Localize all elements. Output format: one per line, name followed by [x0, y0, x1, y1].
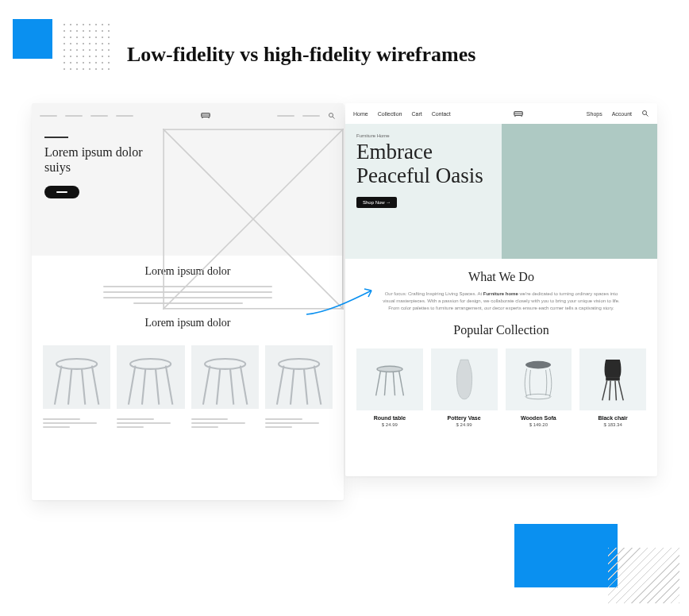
nav-placeholder: [116, 115, 133, 117]
svg-point-15: [205, 359, 245, 369]
product-grid: [345, 341, 657, 415]
lofi-product-grid: [32, 345, 344, 418]
nav-placeholder: [40, 115, 57, 117]
diagonal-hatch-icon: [608, 548, 679, 603]
svg-point-5: [56, 359, 97, 369]
hero-kicker: Furniture Home: [356, 133, 491, 138]
blue-square-icon: [13, 19, 52, 59]
svg-line-23: [304, 369, 307, 405]
hifi-wireframe-panel: Home Collection Cart Contact Shops Accou…: [345, 103, 657, 476]
section-heading: Popular Collection: [363, 323, 640, 337]
lofi-product-card: [191, 345, 259, 409]
svg-line-8: [82, 369, 85, 405]
lofi-product-card: [43, 345, 110, 409]
sofa-icon: [200, 109, 211, 123]
svg-line-30: [393, 372, 395, 396]
svg-line-37: [610, 380, 610, 400]
nav-link-account[interactable]: Account: [612, 111, 632, 117]
svg-point-10: [130, 359, 171, 369]
section-heading: What We Do: [363, 270, 640, 284]
nav-placeholder: [302, 115, 320, 117]
svg-line-16: [202, 366, 210, 405]
svg-point-20: [279, 359, 319, 369]
product-card[interactable]: [356, 348, 423, 410]
lofi-hero-heading: Lorem ipsum dolor suiys: [44, 144, 153, 175]
lofi-wireframe-panel: Lorem ipsum dolor suiys Lorem ipsum dolo…: [32, 103, 344, 500]
svg-line-24: [314, 366, 321, 405]
lofi-section-2: Lorem ipsum dolor: [32, 312, 344, 345]
lofi-product-card: [265, 345, 333, 409]
svg-line-6: [55, 366, 62, 405]
svg-line-22: [291, 369, 294, 405]
product-card[interactable]: [506, 348, 572, 410]
product-card[interactable]: [579, 348, 646, 410]
svg-line-17: [216, 369, 219, 405]
page-title: Low-fidelity vs high-fidelity wireframes: [127, 43, 475, 67]
decoration-top: [13, 19, 111, 71]
product-card[interactable]: [431, 348, 498, 410]
svg-line-29: [384, 372, 386, 396]
hifi-nav: Home Collection Cart Contact Shops Accou…: [345, 103, 657, 124]
product-label: Pottery Vase $ 24.99: [431, 415, 498, 427]
hero-heading: Embrace Peaceful Oasis: [356, 140, 491, 187]
svg-line-28: [375, 371, 380, 395]
image-placeholder: [163, 129, 344, 256]
lofi-hero: Lorem ipsum dolor suiys: [32, 129, 344, 256]
svg-line-36: [618, 380, 623, 400]
search-icon[interactable]: [641, 110, 649, 118]
lofi-product-card: [117, 345, 184, 409]
product-label-row: Round table $ 24.99 Pottery Vase $ 24.99…: [345, 415, 657, 437]
svg-line-11: [129, 366, 136, 405]
nav-link-home[interactable]: Home: [353, 111, 368, 117]
svg-line-31: [398, 371, 403, 395]
product-label: Wooden Sofa $ 149.20: [506, 415, 572, 427]
lofi-section2-heading: Lorem ipsum dolor: [51, 317, 325, 329]
svg-point-26: [643, 110, 647, 114]
nav-placeholder: [65, 115, 83, 117]
svg-line-13: [156, 369, 159, 405]
svg-line-18: [230, 369, 233, 405]
shop-now-button[interactable]: Shop Now →: [356, 197, 397, 208]
svg-line-14: [166, 366, 173, 405]
accent-line: [44, 137, 68, 138]
nav-link-cart[interactable]: Cart: [411, 111, 421, 117]
lofi-label-placeholder: [265, 418, 333, 428]
lofi-label-placeholder: [43, 418, 110, 428]
lofi-label-placeholder: [191, 418, 259, 428]
blue-rectangle-icon: [514, 524, 618, 587]
svg-line-7: [68, 369, 71, 405]
product-label: Round table $ 24.99: [356, 415, 423, 427]
lofi-label-row: [32, 418, 344, 428]
hifi-hero: Furniture Home Embrace Peaceful Oasis Sh…: [345, 124, 657, 259]
svg-line-21: [277, 366, 284, 405]
svg-line-12: [142, 369, 145, 405]
svg-line-35: [602, 380, 607, 400]
svg-point-33: [525, 394, 551, 398]
svg-line-19: [240, 366, 247, 405]
svg-point-1: [329, 114, 333, 117]
nav-placeholder: [90, 115, 108, 117]
svg-rect-34: [606, 377, 620, 380]
sofa-icon: [460, 109, 577, 119]
lofi-cta-placeholder: [44, 186, 79, 198]
nav-placeholder: [277, 115, 294, 117]
nav-link-collection[interactable]: Collection: [378, 111, 402, 117]
lofi-nav: [32, 103, 344, 129]
section-body: Our focus: Crafting Inspiring Living Spa…: [382, 291, 620, 312]
popular-collection-section: Popular Collection: [345, 315, 657, 341]
svg-line-9: [92, 366, 99, 405]
lofi-label-placeholder: [117, 418, 184, 428]
svg-point-32: [525, 361, 551, 369]
nav-link-contact[interactable]: Contact: [432, 111, 451, 117]
hero-image-placeholder: [502, 124, 658, 259]
dot-grid-icon: [59, 19, 111, 71]
nav-link-shops[interactable]: Shops: [587, 111, 602, 117]
what-we-do-section: What We Do Our focus: Crafting Inspiring…: [345, 259, 657, 315]
svg-line-38: [615, 380, 616, 400]
product-label: Black chair $ 183.34: [579, 415, 646, 427]
search-icon: [328, 109, 336, 123]
